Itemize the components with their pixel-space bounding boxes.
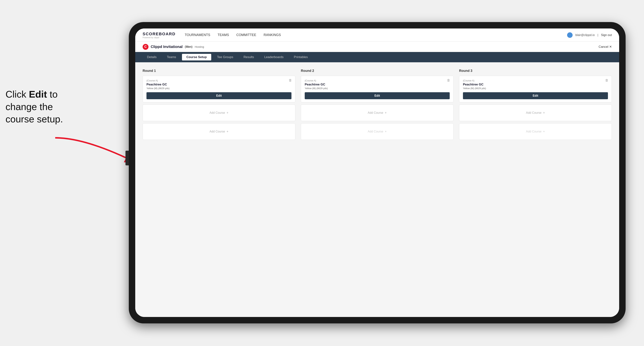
top-navigation: SCOREBOARD Powered by clippd TOURNAMENTS… — [135, 28, 619, 42]
scoreboard-logo: SCOREBOARD — [142, 32, 176, 36]
tab-printables[interactable]: Printables — [290, 54, 312, 60]
round-2-add-course-text-2: Add Course + — [368, 130, 386, 134]
rounds-grid: Round 1 🗑 (Course A) Peachtree GC Yellow… — [142, 69, 612, 142]
nav-right: blair@clippd.io | Sign out — [567, 32, 612, 38]
tab-details[interactable]: Details — [142, 54, 161, 60]
nav-teams[interactable]: TEAMS — [218, 33, 229, 37]
nav-rankings[interactable]: RANKINGS — [264, 33, 281, 37]
hosting-badge: Hosting — [195, 45, 204, 48]
plus-icon-4: + — [385, 130, 387, 134]
sign-out-link[interactable]: Sign out — [601, 33, 612, 37]
round-2-title: Round 2 — [301, 69, 454, 73]
tournament-name: Clippd Invitational — [151, 45, 182, 49]
plus-icon-6: + — [543, 130, 545, 134]
tab-course-setup[interactable]: Course Setup — [182, 54, 211, 60]
tablet-frame: SCOREBOARD Powered by clippd TOURNAMENTS… — [129, 22, 626, 323]
logo-subtitle: Powered by clippd — [142, 36, 176, 39]
round-3-title: Round 3 — [459, 69, 612, 73]
user-email: blair@clippd.io — [575, 33, 595, 37]
nav-tournaments[interactable]: TOURNAMENTS — [185, 33, 210, 37]
nav-committee[interactable]: COMMITTEE — [236, 33, 256, 37]
round-1-add-course-text-1: Add Course + — [210, 111, 228, 115]
tab-results[interactable]: Results — [239, 54, 258, 60]
nav-links: TOURNAMENTS TEAMS COMMITTEE RANKINGS — [185, 33, 567, 37]
round-3-column: Round 3 🗑 (Course A) Peachtree GC Yellow… — [459, 69, 612, 142]
round-2-column: Round 2 🗑 (Course A) Peachtree GC Yellow… — [301, 69, 454, 142]
round-1-column: Round 1 🗑 (Course A) Peachtree GC Yellow… — [142, 69, 295, 142]
tab-tee-groups[interactable]: Tee Groups — [213, 54, 238, 60]
tablet-screen: SCOREBOARD Powered by clippd TOURNAMENTS… — [135, 28, 619, 317]
round-3-edit-button[interactable]: Edit — [463, 92, 608, 99]
plus-icon-1: + — [226, 111, 228, 115]
main-content: Round 1 🗑 (Course A) Peachtree GC Yellow… — [135, 62, 619, 317]
round-2-course-name: Peachtree GC — [305, 83, 450, 86]
round-2-add-course-text-1: Add Course + — [368, 111, 386, 115]
round-3-add-course-text-2: Add Course + — [526, 130, 545, 134]
user-avatar — [567, 32, 572, 38]
round-3-course-label: (Course A) — [463, 79, 608, 82]
tab-leaderboards[interactable]: Leaderboards — [260, 54, 288, 60]
round-1-course-label: (Course A) — [146, 79, 292, 82]
sub-header: C Clippd Invitational (Men) Hosting Canc… — [135, 42, 619, 52]
round-1-course-details: Yellow (M) (6629 yds) — [146, 87, 292, 90]
round-3-delete-button[interactable]: 🗑 — [604, 78, 609, 82]
cancel-button[interactable]: Cancel ✕ — [598, 45, 612, 49]
round-2-add-course-2: Add Course + — [301, 123, 454, 140]
round-1-edit-button[interactable]: Edit — [146, 92, 292, 99]
tabs-bar: Details Teams Course Setup Tee Groups Re… — [135, 52, 619, 62]
separator: | — [598, 33, 598, 37]
round-3-add-course-1[interactable]: Add Course + — [459, 105, 612, 121]
round-1-course-card: 🗑 (Course A) Peachtree GC Yellow (M) (66… — [142, 76, 295, 102]
round-2-delete-button[interactable]: 🗑 — [446, 78, 451, 82]
plus-icon-2: + — [226, 130, 228, 134]
round-3-course-card: 🗑 (Course A) Peachtree GC Yellow (M) (66… — [459, 76, 612, 102]
tab-teams[interactable]: Teams — [162, 54, 180, 60]
plus-icon-5: + — [543, 111, 545, 115]
round-1-add-course-text-2: Add Course + — [210, 130, 228, 134]
round-3-course-name: Peachtree GC — [463, 83, 608, 86]
round-1-add-course-1[interactable]: Add Course + — [142, 105, 295, 121]
plus-icon-3: + — [385, 111, 387, 115]
round-2-course-details: Yellow (M) (6629 yds) — [305, 87, 450, 90]
round-1-course-name: Peachtree GC — [146, 83, 292, 86]
round-3-add-course-2: Add Course + — [459, 123, 612, 140]
annotation-text: Click Edit tochange thecourse setup. — [6, 88, 83, 126]
round-2-course-label: (Course A) — [305, 79, 450, 82]
round-1-add-course-2[interactable]: Add Course + — [142, 123, 295, 140]
round-3-add-course-text-1: Add Course + — [526, 111, 545, 115]
round-2-course-card: 🗑 (Course A) Peachtree GC Yellow (M) (66… — [301, 76, 454, 102]
tournament-gender: (Men) — [185, 45, 192, 48]
tablet-side-button — [126, 151, 129, 165]
round-1-delete-button[interactable]: 🗑 — [288, 78, 292, 82]
round-2-add-course-1[interactable]: Add Course + — [301, 105, 454, 121]
round-3-course-details: Yellow (M) (6629 yds) — [463, 87, 608, 90]
tournament-title-area: C Clippd Invitational (Men) Hosting — [142, 44, 204, 50]
clippd-logo: C — [142, 44, 148, 50]
round-1-title: Round 1 — [142, 69, 295, 73]
annotation-bold: Edit — [29, 89, 47, 100]
round-2-edit-button[interactable]: Edit — [305, 92, 450, 99]
logo-area: SCOREBOARD Powered by clippd — [142, 32, 176, 39]
